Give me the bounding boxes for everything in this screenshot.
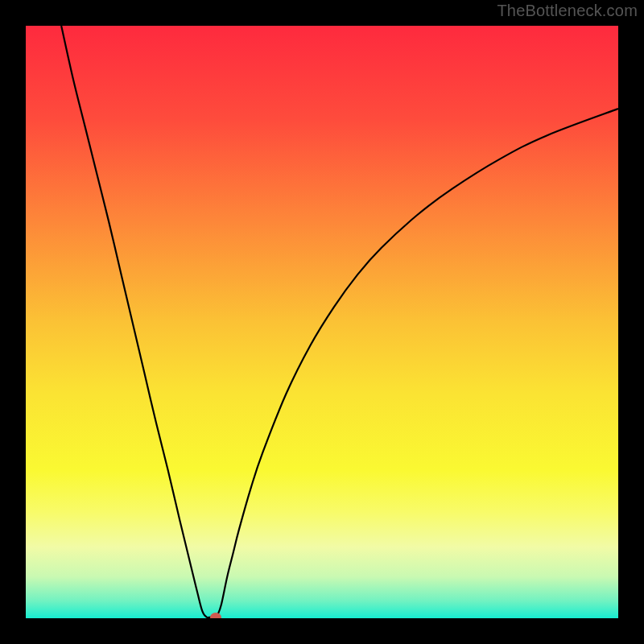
curve-svg [26,26,618,618]
plot-area [26,26,618,618]
minimum-marker [210,613,221,618]
watermark-text: TheBottleneck.com [497,2,638,20]
bottleneck-curve [61,26,618,617]
chart-frame: TheBottleneck.com [0,0,644,644]
